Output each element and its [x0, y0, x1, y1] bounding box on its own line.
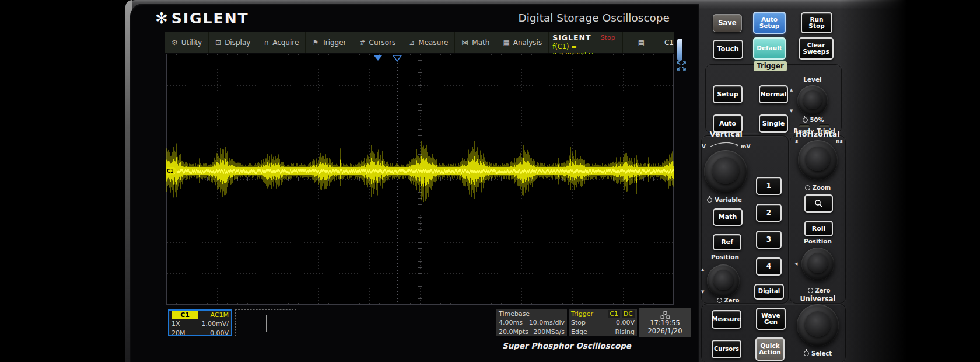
universal-label: Universal — [798, 295, 838, 303]
channel-3-button[interactable]: 3 — [756, 231, 782, 249]
channel-1-button[interactable]: 1 — [756, 177, 782, 195]
menu-label: Math — [472, 39, 489, 47]
trigger-slope: Rising — [615, 328, 635, 336]
menu-item-measure[interactable]: ⊿ Measure — [402, 32, 455, 53]
trigger-type: Edge — [571, 328, 587, 336]
push-knob-icon — [805, 185, 810, 190]
menu-item-math[interactable]: ⋈ Math — [455, 32, 496, 53]
clock-time: 17:19:55 — [650, 319, 680, 327]
trigger-status-box[interactable]: Trigger C1DC Stop 0.00V Edge Rising — [569, 309, 637, 336]
channel-2-button[interactable]: 2 — [756, 204, 782, 222]
clock-box[interactable]: 17:19:55 2026/1/20 — [639, 308, 691, 337]
vertical-group-title: Vertical — [706, 130, 747, 138]
vertical-position-knob[interactable] — [707, 264, 740, 297]
menu-label: Measure — [418, 39, 448, 47]
menu-label: Cursors — [369, 39, 396, 47]
pct-label: 50% — [810, 117, 824, 123]
horizontal-position-knob[interactable] — [802, 248, 834, 280]
trigger-level: 0.00V — [616, 319, 635, 326]
magnifier-icon — [814, 199, 823, 208]
menu-item-display[interactable]: ⊡ Display — [209, 32, 257, 53]
push-knob-icon — [808, 288, 813, 293]
default-button[interactable]: Default — [753, 37, 786, 60]
cursors-icon: # — [360, 39, 366, 47]
push-knob-icon — [803, 117, 808, 123]
acquire-icon: ∩ — [264, 39, 269, 47]
horizontal-group-title: Horizontal — [793, 130, 842, 138]
probe-attenuation: 1X — [172, 320, 180, 328]
horizontal-zero-label: Zero — [804, 287, 834, 294]
save-button[interactable]: Save — [713, 14, 742, 32]
variable-text: Variable — [715, 197, 741, 203]
auto-setup-button[interactable]: Auto Setup — [753, 12, 786, 34]
vertical-min-label: V — [702, 144, 706, 149]
push-knob-icon — [707, 197, 712, 203]
timebase-status-box[interactable]: Timebase 4.00ms 10.0ms/div 20.0Mpts 200M… — [496, 309, 567, 336]
roll-button[interactable]: Roll — [804, 221, 833, 236]
menu-item-utility[interactable]: ⚙ Utility — [165, 32, 209, 53]
analysis-icon: ▦ — [503, 39, 509, 47]
ready-led — [799, 124, 810, 127]
monitor-icon: ⊡ — [215, 39, 221, 47]
trigger-status: Stop — [571, 319, 586, 326]
waveform-display — [166, 54, 674, 305]
menu-brand: SIGLENT — [552, 33, 591, 42]
clock-date: 2026/1/20 — [648, 327, 682, 335]
variable-label: Variable — [706, 197, 743, 203]
trigger-source: C1 — [608, 310, 620, 318]
plus-icon — [266, 315, 267, 332]
zoom-magnifier-button[interactable] — [804, 194, 833, 213]
acquisition-status-block[interactable]: SIGLENT Stop f(C1) = 2.379666kHz — [549, 32, 622, 53]
menu-item-acquire[interactable]: ∩ Acquire — [257, 32, 306, 53]
channel-4-button[interactable]: 4 — [756, 257, 782, 276]
menu-label: Acquire — [272, 39, 299, 47]
arrow-down-icon: ▼ — [790, 109, 793, 113]
menu-right: ▤ C1 — [623, 32, 674, 53]
push-knob-icon — [717, 298, 722, 303]
zero-text: Zero — [724, 297, 740, 304]
touch-button[interactable]: Touch — [713, 40, 743, 59]
memory-depth: 20.0Mpts — [499, 328, 528, 336]
menu-item-cursors[interactable]: # Cursors — [354, 32, 403, 53]
empty-channel-slot[interactable] — [235, 309, 296, 336]
menu-item-trigger[interactable]: ⚑ Trigger — [306, 32, 353, 53]
wave-gen-button[interactable]: Wave Gen — [756, 308, 786, 330]
expand-fullscreen-icon[interactable] — [675, 60, 688, 72]
trigger-setup-button[interactable]: Setup — [713, 85, 743, 103]
trigger-normal-button[interactable]: Normal — [759, 85, 788, 103]
brand-logo: ✻ SIGLENT — [155, 8, 249, 28]
vertical-scale-knob[interactable] — [704, 150, 747, 193]
channel1-status-box[interactable]: C1 AC1M 1X 1.00mV/ 20M 0.00V — [168, 309, 232, 336]
digital-button[interactable]: Digital — [754, 284, 784, 300]
menu-item-analysis[interactable]: ▦ Analysis — [496, 32, 549, 53]
zoom-text: Zoom — [813, 185, 831, 191]
rotate-arc-icon — [708, 140, 742, 147]
trigger-level-label: Level — [798, 76, 827, 83]
math-button[interactable]: Math — [713, 208, 743, 226]
vertical-max-label: mV — [741, 144, 750, 149]
channel-name-chip: C1 — [172, 311, 198, 319]
display-scrollbar[interactable] — [677, 39, 682, 61]
acquisition-status: Stop — [601, 34, 615, 41]
trigger-single-button[interactable]: Single — [759, 114, 788, 133]
arrow-down-icon: ▼ — [701, 290, 704, 294]
horizontal-position-label: Position — [800, 238, 835, 245]
universal-knob[interactable] — [797, 304, 839, 346]
vertical-zero-label: Zero — [713, 297, 743, 304]
screenshot-stage: ✻ SIGLENT Digital Storage Oscilloscope ⚙… — [0, 0, 980, 362]
ref-button[interactable]: Ref — [713, 234, 741, 250]
decode-list-icon[interactable]: ▤ — [638, 39, 645, 47]
horizontal-scale-knob[interactable] — [798, 140, 838, 180]
measure-button[interactable]: Measure — [712, 310, 741, 329]
time-per-div: 10.0ms/div — [529, 319, 565, 326]
clear-sweeps-button[interactable]: Clear Sweeps — [799, 37, 834, 60]
trigger-level-knob[interactable] — [797, 85, 828, 116]
run-stop-button[interactable]: Run Stop — [801, 12, 832, 33]
select-label: Select — [802, 350, 834, 357]
quick-action-button[interactable]: Quick Action — [755, 337, 785, 361]
trigger-group-label: Trigger — [754, 61, 787, 71]
active-channel-label[interactable]: C1 — [664, 39, 674, 47]
bandwidth-limit: 20M — [172, 329, 186, 337]
cursors-button[interactable]: Cursors — [712, 340, 741, 358]
flag-icon: ⚑ — [312, 39, 318, 47]
